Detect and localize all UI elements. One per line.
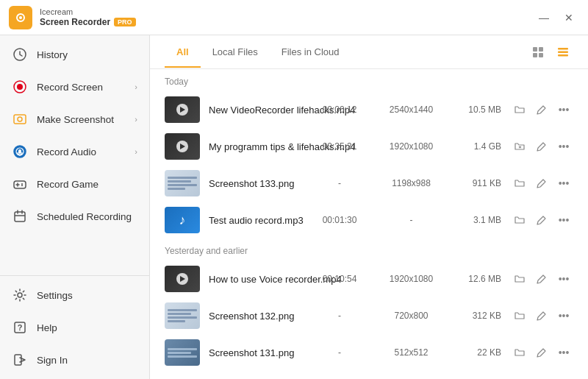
play-triangle: [180, 276, 185, 282]
file-dimensions: 512x512: [380, 347, 442, 358]
play-icon: [176, 104, 188, 116]
file-size: 1.4 GB: [457, 141, 501, 152]
grid-view-button[interactable]: [528, 42, 548, 63]
list-item[interactable]: Screenshot 133.png - 1198x988 911 KB: [156, 165, 582, 202]
edit-button[interactable]: [532, 100, 551, 119]
help-icon: ?: [12, 319, 28, 336]
tabs-right: [528, 42, 573, 63]
close-button[interactable]: ✕: [559, 7, 579, 28]
file-name: Screenshot 131.png: [209, 347, 294, 358]
sidebar-item-help-label: Help: [37, 322, 57, 333]
file-name: Test audio record.mp3: [209, 215, 304, 226]
record-screen-arrow: ›: [135, 82, 137, 91]
open-folder-button[interactable]: [510, 343, 529, 362]
svg-text:?: ?: [18, 323, 23, 332]
svg-point-21: [18, 293, 22, 297]
open-folder-button[interactable]: [510, 137, 529, 156]
file-name-block: How to use Voice recorder.mp4: [209, 272, 305, 286]
list-item[interactable]: My programm tips & lifehacks.mp4 00:35:3…: [156, 128, 582, 165]
titlebar-controls: — ✕: [534, 7, 579, 28]
tab-files-in-cloud[interactable]: Files in Cloud: [270, 38, 351, 68]
open-folder-button[interactable]: [510, 100, 529, 119]
sidebar-item-settings[interactable]: Settings: [0, 279, 149, 311]
game-icon: [12, 176, 28, 192]
sidebar-item-signin[interactable]: Sign In: [0, 344, 149, 376]
file-thumbnail: [165, 96, 200, 123]
record-screen-icon: [12, 79, 28, 95]
svg-rect-27: [533, 53, 537, 57]
sidebar-item-record-game[interactable]: Record Game: [0, 168, 149, 200]
sidebar-item-scheduled-recording[interactable]: Scheduled Recording: [0, 200, 149, 233]
file-dimensions: 720x800: [380, 311, 442, 321]
file-duration: 00:10:54: [314, 274, 365, 284]
file-duration: 00:00:12: [314, 105, 365, 115]
edit-button[interactable]: [532, 306, 551, 325]
open-folder-button[interactable]: [510, 306, 529, 325]
sidebar-item-record-audio[interactable]: Record Audio ›: [0, 135, 149, 168]
play-triangle: [180, 144, 185, 149]
sidebar-item-history[interactable]: History: [0, 38, 149, 71]
list-item[interactable]: Screenshot 132.png - 720x800 312 KB: [156, 297, 582, 334]
open-folder-button[interactable]: [510, 210, 529, 230]
file-duration: -: [314, 178, 365, 188]
play-triangle: [180, 107, 185, 113]
main-layout: History Record Screen ›: [0, 35, 588, 379]
file-actions: •••: [510, 269, 573, 288]
titlebar-left: Icecream Screen Recorder PRO: [9, 6, 136, 29]
more-button[interactable]: •••: [554, 306, 573, 325]
settings-icon: [12, 287, 28, 303]
sidebar-item-help[interactable]: ? Help: [0, 311, 149, 344]
file-size: 3.1 MB: [457, 215, 501, 225]
svg-point-2: [19, 16, 22, 19]
file-meta: - 720x800 312 KB: [314, 311, 501, 321]
sidebar-item-make-screenshot[interactable]: Make Screenshot ›: [0, 103, 149, 135]
play-icon: [176, 273, 188, 285]
pro-badge: PRO: [114, 18, 136, 26]
music-icon: ♪: [179, 213, 186, 228]
svg-point-15: [21, 183, 23, 185]
file-name-block: Screenshot 131.png: [209, 346, 305, 359]
file-actions: •••: [510, 343, 573, 362]
sidebar-item-record-screen[interactable]: Record Screen ›: [0, 71, 149, 103]
more-button[interactable]: •••: [554, 137, 573, 156]
file-size: 911 KB: [457, 178, 501, 188]
more-button[interactable]: •••: [554, 210, 573, 230]
edit-button[interactable]: [532, 343, 551, 362]
file-dimensions: 1920x1080: [380, 274, 442, 284]
more-button[interactable]: •••: [554, 100, 573, 119]
list-item[interactable]: Screenshot 131.png - 512x512 22 KB: [156, 334, 582, 371]
tab-local-files[interactable]: Local Files: [201, 38, 270, 68]
tab-all[interactable]: All: [165, 38, 201, 68]
file-size: 12.6 MB: [457, 274, 501, 284]
open-folder-button[interactable]: [510, 174, 529, 193]
more-button[interactable]: •••: [554, 174, 573, 193]
file-thumbnail: [165, 133, 200, 160]
more-button[interactable]: •••: [554, 343, 573, 362]
minimize-button[interactable]: —: [534, 7, 554, 28]
tabs-left: All Local Files Files in Cloud: [165, 38, 528, 67]
edit-button[interactable]: [532, 137, 551, 156]
svg-rect-6: [14, 115, 26, 124]
file-dimensions: 1198x988: [380, 178, 442, 188]
open-folder-button[interactable]: [510, 269, 529, 288]
svg-point-7: [18, 117, 22, 121]
list-item[interactable]: ♪ Test audio record.mp3 00:01:30 - 3.1 M…: [156, 202, 582, 238]
file-meta: - 512x512 22 KB: [314, 347, 501, 358]
list-item[interactable]: New VideoRecorder lifehacks.mp4 00:00:12…: [156, 91, 582, 128]
list-view-button[interactable]: [553, 42, 573, 63]
file-thumbnail: [165, 170, 200, 196]
edit-button[interactable]: [532, 269, 551, 288]
svg-rect-28: [539, 53, 543, 57]
edit-button[interactable]: [532, 210, 551, 230]
sidebar-item-signin-label: Sign In: [37, 355, 68, 366]
file-dimensions: 1920x1080: [380, 141, 442, 152]
edit-button[interactable]: [532, 174, 551, 193]
file-name-block: Screenshot 133.png: [209, 177, 305, 190]
app-icon: [9, 6, 32, 29]
list-item[interactable]: How to use Voice recorder.mp4 00:10:54 1…: [156, 261, 582, 297]
file-thumbnail: [165, 339, 200, 366]
svg-rect-24: [15, 355, 21, 365]
more-button[interactable]: •••: [554, 269, 573, 288]
sidebar: History Record Screen ›: [0, 35, 150, 379]
file-size: 22 KB: [457, 347, 501, 358]
